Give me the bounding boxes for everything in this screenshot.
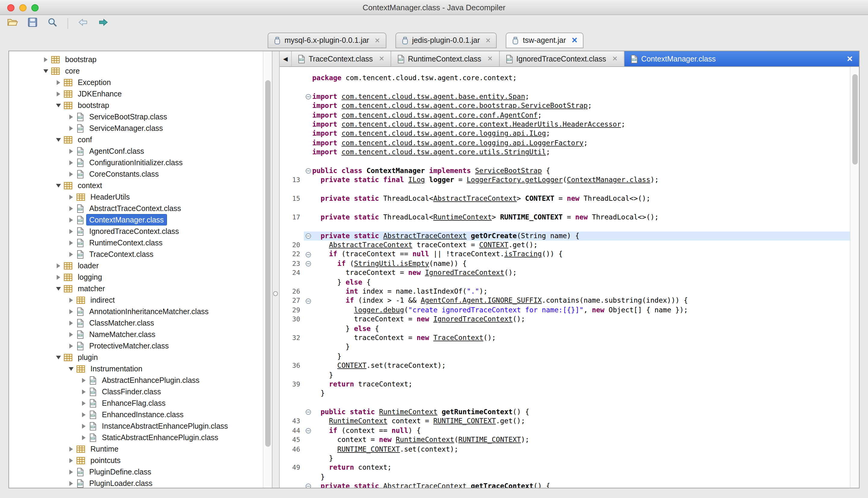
close-tab-icon[interactable]: ✕: [612, 55, 617, 63]
tree-item[interactable]: bootstrap: [9, 54, 263, 65]
expand-arrow-icon[interactable]: [67, 469, 75, 474]
tree-item[interactable]: 010ConfigurationInitializer.class: [9, 157, 263, 168]
code-link[interactable]: com.tencent.cloud.tsw.agent.base.entity.…: [342, 92, 525, 102]
expand-arrow-icon[interactable]: [80, 389, 88, 394]
expand-arrow-icon[interactable]: [80, 401, 88, 405]
code-link[interactable]: com.tencent.cloud.tsw.agent.core.utils.S…: [342, 148, 546, 157]
search-button[interactable]: [46, 16, 59, 30]
expand-arrow-icon[interactable]: [67, 481, 75, 486]
expand-arrow-icon[interactable]: [67, 309, 75, 314]
close-tab-icon[interactable]: ✕: [572, 37, 578, 44]
minimize-window-button[interactable]: [19, 4, 27, 11]
tree-item[interactable]: 010StaticAbstractEnhancePlugin.class: [9, 432, 263, 443]
tree-item[interactable]: 010AnnotationInheritanceMatcher.class: [9, 306, 263, 317]
tree-item[interactable]: plugin: [9, 352, 263, 363]
expand-arrow-icon[interactable]: [67, 206, 75, 211]
expand-arrow-icon[interactable]: [67, 217, 75, 222]
code-link[interactable]: RUNTIME_CONTEXT: [458, 435, 521, 445]
fold-toggle-icon[interactable]: [304, 482, 312, 488]
expand-arrow-icon[interactable]: [54, 275, 63, 279]
code-link[interactable]: logger.debug: [354, 306, 404, 315]
code-link[interactable]: RuntimeContext: [379, 408, 438, 417]
expand-arrow-icon[interactable]: [54, 263, 63, 268]
forward-button[interactable]: [96, 16, 110, 30]
fold-toggle-icon[interactable]: [304, 231, 312, 240]
close-tab-icon[interactable]: ✕: [485, 37, 491, 44]
tree-item[interactable]: HeaderUtils: [9, 191, 263, 202]
expand-arrow-icon[interactable]: [80, 378, 88, 382]
code-link[interactable]: AbstractTraceContext: [383, 231, 467, 240]
tab-scroll-left-button[interactable]: ◀: [280, 51, 292, 66]
fold-toggle-icon[interactable]: [304, 92, 312, 102]
tree-item[interactable]: 010TraceContext.class: [9, 248, 263, 260]
expand-arrow-icon[interactable]: [67, 320, 75, 325]
pane-splitter[interactable]: [272, 51, 280, 488]
code-link[interactable]: AgentConf.Agent.IGNORE_SUFFIX: [421, 296, 542, 306]
code-link[interactable]: IgnoredTraceContext: [433, 315, 513, 324]
code-link[interactable]: AbstractTraceContext: [329, 240, 412, 250]
tree-item[interactable]: 010AbstractTraceContext.class: [9, 202, 263, 214]
fold-toggle-icon[interactable]: [304, 296, 312, 306]
tree-item[interactable]: conf: [9, 134, 263, 145]
code-link[interactable]: CONTEXT: [479, 240, 508, 250]
expand-arrow-icon[interactable]: [67, 171, 75, 176]
collapse-arrow-icon[interactable]: [54, 355, 63, 359]
fold-toggle-icon[interactable]: [304, 167, 312, 176]
fold-toggle-icon[interactable]: [304, 426, 312, 436]
close-tab-icon[interactable]: ✕: [488, 55, 493, 63]
tree-item[interactable]: 010PluginDefine.class: [9, 466, 263, 477]
tree-item[interactable]: logging: [9, 271, 263, 283]
expand-arrow-icon[interactable]: [67, 332, 75, 337]
expand-arrow-icon[interactable]: [67, 298, 75, 302]
jar-tab[interactable]: mysql-6.x-plugin-0.0.1.jar✕: [268, 32, 386, 48]
expand-arrow-icon[interactable]: [67, 126, 75, 131]
tree-scrollbar[interactable]: [263, 51, 272, 488]
tree-item[interactable]: 010EnhanceFlag.class: [9, 397, 263, 409]
code-link[interactable]: StringUtil.isEmpty: [354, 259, 429, 268]
tree-item[interactable]: JDKEnhance: [9, 88, 263, 100]
tree-item[interactable]: Runtime: [9, 443, 263, 455]
expand-arrow-icon[interactable]: [67, 229, 75, 234]
fold-toggle-icon[interactable]: [304, 250, 312, 259]
tree-item[interactable]: bootstrap: [9, 100, 263, 111]
tree-item[interactable]: pointcuts: [9, 455, 263, 466]
code-link[interactable]: ContextManager.class: [567, 176, 650, 185]
code-link[interactable]: com.tencent.cloud.tsw.agent.core.logging…: [342, 139, 584, 148]
close-tab-icon[interactable]: ✕: [846, 54, 853, 63]
close-tab-icon[interactable]: ✕: [375, 37, 380, 44]
tree-item[interactable]: core: [9, 65, 263, 77]
tree-item[interactable]: 010ServiceBootStrap.class: [9, 111, 263, 122]
open-file-button[interactable]: [6, 16, 19, 30]
fold-toggle-icon[interactable]: [304, 259, 312, 268]
code-link[interactable]: com.tencent.cloud.tsw.agent.core.bootstr…: [342, 101, 588, 110]
tree-item[interactable]: 010InstanceAbstractEnhancePlugin.class: [9, 420, 263, 432]
code-link[interactable]: isTracing: [504, 250, 542, 259]
expand-arrow-icon[interactable]: [54, 80, 63, 85]
tree-item[interactable]: 010NameMatcher.class: [9, 329, 263, 340]
code-link[interactable]: LoggerFactory.getLogger: [467, 176, 563, 185]
tree-item[interactable]: Instrumentation: [9, 363, 263, 375]
code-link[interactable]: com.tencent.cloud.tsw.agent.core.context…: [342, 120, 621, 129]
class-tab[interactable]: 010ContextManager.class✕: [624, 51, 859, 66]
tree-scrollbar-thumb[interactable]: [265, 80, 270, 447]
code-link[interactable]: AbstractTraceContext: [383, 482, 467, 488]
code-link[interactable]: com.tencent.cloud.tsw.agent.core.conf.Ag…: [342, 110, 538, 120]
code-link[interactable]: CONTEXT: [337, 361, 366, 370]
code-link[interactable]: RuntimeContext: [433, 213, 492, 222]
close-window-button[interactable]: [7, 4, 14, 11]
expand-arrow-icon[interactable]: [80, 423, 88, 428]
collapse-arrow-icon[interactable]: [67, 367, 75, 370]
code-link[interactable]: RUNTIME_CONTEXT: [337, 445, 400, 454]
code-link[interactable]: ServiceBootStrap: [475, 167, 542, 176]
tree-item[interactable]: indirect: [9, 294, 263, 306]
tree-item[interactable]: 010ServiceManager.class: [9, 122, 263, 134]
back-button[interactable]: [77, 16, 90, 30]
expand-arrow-icon[interactable]: [67, 446, 75, 451]
expand-arrow-icon[interactable]: [80, 435, 88, 440]
code-link[interactable]: TraceContext: [433, 333, 483, 343]
save-all-sources-button[interactable]: [26, 16, 39, 30]
code-link[interactable]: IgnoredTraceContext: [425, 268, 504, 278]
tree-item[interactable]: Exception: [9, 77, 263, 88]
expand-arrow-icon[interactable]: [54, 91, 63, 96]
class-tab[interactable]: 010RuntimeContext.class✕: [391, 51, 500, 66]
